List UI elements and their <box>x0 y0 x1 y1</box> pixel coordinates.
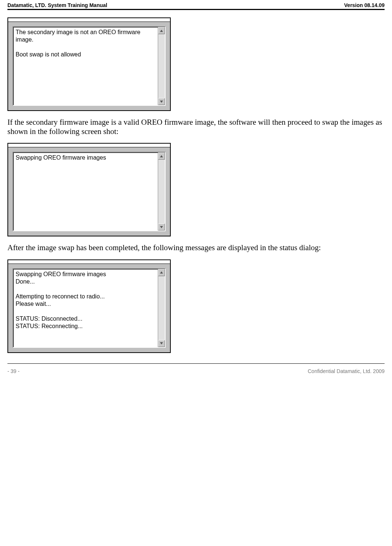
status-text: The secondary image is not an OREO firmw… <box>13 27 158 105</box>
text-area-frame: Swapping OREO firmware images <box>13 152 166 231</box>
scrollbar[interactable] <box>158 153 165 231</box>
paragraph-2: After the image swap has been completed,… <box>7 243 385 252</box>
scrollbar[interactable] <box>158 269 165 347</box>
status-dialog-1: The secondary image is not an OREO firmw… <box>7 17 171 111</box>
dialog-body: The secondary image is not an OREO firmw… <box>8 22 170 110</box>
chevron-down-icon <box>160 226 163 228</box>
header-right: Version 08.14.09 <box>344 2 385 8</box>
chevron-down-icon <box>160 342 163 344</box>
footer-confidential: Confidential Datamatic, Ltd. 2009 <box>308 368 385 374</box>
paragraph-1: If the secondary firmware image is a val… <box>7 118 385 136</box>
chevron-up-icon <box>160 271 163 274</box>
dialog-body: Swapping OREO firmware images Done... At… <box>8 264 170 352</box>
chevron-down-icon <box>160 101 163 103</box>
scroll-down-button[interactable] <box>158 223 165 231</box>
text-area-frame: Swapping OREO firmware images Done... At… <box>13 268 166 348</box>
page-footer: - 39 - Confidential Datamatic, Ltd. 2009 <box>7 364 385 378</box>
scroll-up-button[interactable] <box>158 269 165 276</box>
status-text: Swapping OREO firmware images Done... At… <box>13 269 158 347</box>
chevron-up-icon <box>160 155 163 157</box>
dialog-titlebar <box>8 260 170 264</box>
status-dialog-3: Swapping OREO firmware images Done... At… <box>7 259 171 353</box>
header-left: Datamatic, LTD. System Training Manual <box>7 2 107 8</box>
scroll-up-button[interactable] <box>158 153 165 160</box>
page-header: Datamatic, LTD. System Training Manual V… <box>7 0 385 9</box>
document-page: Datamatic, LTD. System Training Manual V… <box>0 0 392 546</box>
status-dialog-2: Swapping OREO firmware images <box>7 143 171 236</box>
page-number: - 39 - <box>7 368 20 374</box>
dialog-titlebar <box>8 18 170 22</box>
status-text: Swapping OREO firmware images <box>13 153 158 231</box>
scrollbar[interactable] <box>158 27 165 105</box>
scroll-up-button[interactable] <box>158 27 165 34</box>
header-rule <box>7 9 385 10</box>
dialog-titlebar <box>8 144 170 147</box>
text-area-frame: The secondary image is not an OREO firmw… <box>13 26 166 106</box>
chevron-up-icon <box>160 30 163 32</box>
scroll-down-button[interactable] <box>158 340 165 347</box>
scroll-down-button[interactable] <box>158 98 165 105</box>
dialog-body: Swapping OREO firmware images <box>8 147 170 236</box>
